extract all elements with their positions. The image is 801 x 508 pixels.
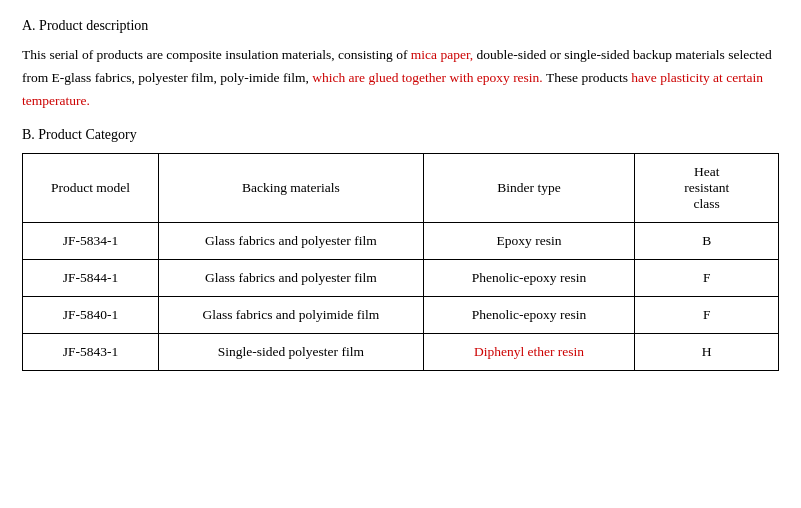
desc-part1: This serial of products are composite in…: [22, 47, 772, 108]
section-a-description: This serial of products are composite in…: [22, 44, 779, 113]
section-b: B. Product Category Product model Backin…: [22, 127, 779, 371]
table-row: JF-5844-1 Glass fabrics and polyester fi…: [23, 259, 779, 296]
cell-model-3: JF-5840-1: [23, 296, 159, 333]
cell-heat-4: H: [635, 333, 779, 370]
table-row: JF-5840-1 Glass fabrics and polyimide fi…: [23, 296, 779, 333]
header-backing-materials: Backing materials: [159, 153, 424, 222]
cell-binder-3: Phenolic-epoxy resin: [423, 296, 635, 333]
cell-backing-2: Glass fabrics and polyester film: [159, 259, 424, 296]
table-header-row: Product model Backing materials Binder t…: [23, 153, 779, 222]
product-category-table: Product model Backing materials Binder t…: [22, 153, 779, 371]
section-a: A. Product description This serial of pr…: [22, 18, 779, 113]
cell-backing-1: Glass fabrics and polyester film: [159, 222, 424, 259]
cell-model-2: JF-5844-1: [23, 259, 159, 296]
cell-binder-4: Diphenyl ether resin: [423, 333, 635, 370]
section-a-title: A. Product description: [22, 18, 779, 34]
section-b-title: B. Product Category: [22, 127, 779, 143]
header-binder-type: Binder type: [423, 153, 635, 222]
table-row: JF-5834-1 Glass fabrics and polyester fi…: [23, 222, 779, 259]
table-row: JF-5843-1 Single-sided polyester film Di…: [23, 333, 779, 370]
cell-heat-1: B: [635, 222, 779, 259]
cell-backing-3: Glass fabrics and polyimide film: [159, 296, 424, 333]
cell-model-4: JF-5843-1: [23, 333, 159, 370]
cell-binder-2: Phenolic-epoxy resin: [423, 259, 635, 296]
header-heat-resistant: Heatresistantclass: [635, 153, 779, 222]
cell-binder-1: Epoxy resin: [423, 222, 635, 259]
cell-heat-2: F: [635, 259, 779, 296]
cell-model-1: JF-5834-1: [23, 222, 159, 259]
cell-backing-4: Single-sided polyester film: [159, 333, 424, 370]
header-product-model: Product model: [23, 153, 159, 222]
cell-heat-3: F: [635, 296, 779, 333]
